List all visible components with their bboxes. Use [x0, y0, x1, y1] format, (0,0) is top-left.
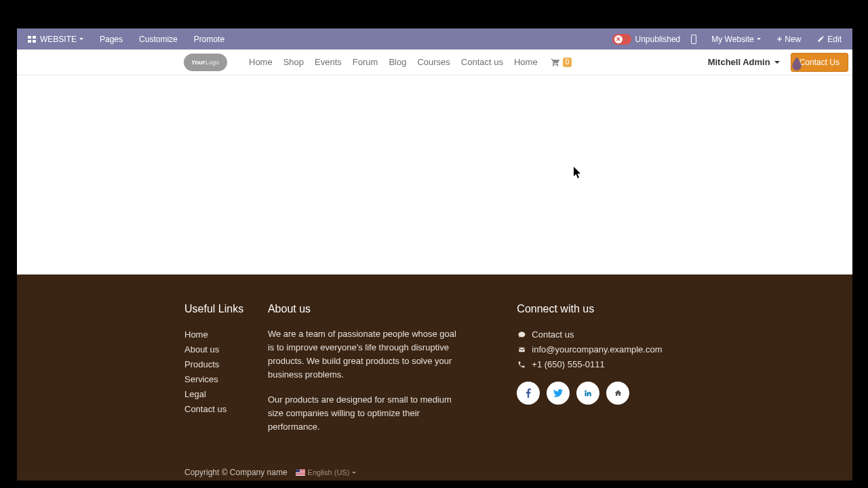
cart-link[interactable]: 0	[550, 58, 572, 67]
social-home[interactable]	[606, 382, 629, 405]
footer-about: About us We are a team of passionate peo…	[268, 303, 458, 445]
cart-icon	[550, 58, 561, 67]
copyright-text: Copyright © Company name	[184, 468, 288, 477]
website-editor-topbar: WEBSITE Pages Customize Promote ✕ Unpubl…	[17, 28, 852, 49]
footer-bottom-bar: Copyright © Company name English (US)	[17, 465, 852, 481]
website-switcher[interactable]: WEBSITE	[20, 28, 92, 49]
social-linkedin[interactable]	[576, 382, 599, 405]
site-logo[interactable]: YourLogo	[184, 54, 227, 71]
new-label: New	[785, 35, 801, 44]
connect-email[interactable]: info@yourcompany.example.com	[517, 342, 686, 357]
svg-text:Your: Your	[191, 59, 205, 66]
footer-link-services[interactable]: Services	[184, 372, 268, 387]
theme-customize-droplet[interactable]	[790, 56, 804, 72]
useful-links-title: Useful Links	[184, 303, 268, 315]
connect-email-label: info@yourcompany.example.com	[532, 342, 662, 357]
pencil-icon	[817, 35, 825, 43]
footer-link-about[interactable]: About us	[184, 342, 268, 357]
connect-phone-label: +1 (650) 555-0111	[532, 357, 604, 372]
caret-down-icon	[757, 38, 761, 40]
connect-phone[interactable]: +1 (650) 555-0111	[517, 357, 686, 372]
page-frame: WEBSITE Pages Customize Promote ✕ Unpubl…	[17, 28, 852, 453]
caret-down-icon	[774, 61, 780, 64]
nav-events[interactable]: Events	[309, 49, 347, 75]
publish-toggle[interactable]: ✕ Unpublished	[604, 28, 685, 49]
publish-status-label: Unpublished	[635, 35, 681, 44]
plus-icon: +	[777, 35, 783, 43]
my-website-label: My Website	[711, 35, 753, 44]
nav-home[interactable]: Home	[243, 49, 278, 75]
toggle-off-icon: ✕	[612, 34, 631, 45]
social-links	[517, 382, 686, 405]
topbar-pages[interactable]: Pages	[92, 28, 131, 49]
footer-link-products[interactable]: Products	[184, 357, 268, 372]
user-menu[interactable]: Mitchell Admin	[708, 57, 780, 67]
footer-link-legal[interactable]: Legal	[184, 387, 268, 402]
about-paragraph-2: Our products are designed for small to m…	[268, 393, 458, 434]
mobile-preview[interactable]	[684, 28, 703, 49]
us-flag-icon	[296, 469, 305, 476]
nav-courses[interactable]: Courses	[412, 49, 455, 75]
new-page-button[interactable]: + New	[769, 28, 810, 49]
footer-useful-links: Useful Links Home About us Products Serv…	[184, 303, 268, 445]
my-website-dropdown[interactable]: My Website	[703, 28, 768, 49]
social-twitter[interactable]	[547, 382, 570, 405]
nav-blog[interactable]: Blog	[383, 49, 412, 75]
speech-bubble-icon	[517, 331, 526, 339]
site-footer: Useful Links Home About us Products Serv…	[17, 274, 852, 465]
footer-link-contact[interactable]: Contact us	[184, 402, 268, 417]
page-content	[17, 75, 852, 274]
mobile-icon	[691, 35, 696, 44]
main-nav: Home Shop Events Forum Blog Courses Cont…	[243, 49, 543, 75]
connect-title: Connect with us	[517, 303, 686, 315]
nav-contact[interactable]: Contact us	[456, 49, 509, 75]
topbar-promote[interactable]: Promote	[186, 28, 233, 49]
nav-home-2[interactable]: Home	[509, 49, 543, 75]
edit-button[interactable]: Edit	[809, 28, 850, 49]
about-title: About us	[268, 303, 458, 315]
svg-text:Logo: Logo	[205, 59, 219, 66]
website-switcher-label: WEBSITE	[40, 35, 77, 44]
caret-down-icon	[79, 38, 83, 40]
site-header: YourLogo Home Shop Events Forum Blog Cou…	[17, 49, 852, 75]
footer-link-home[interactable]: Home	[184, 327, 268, 342]
footer-connect: Connect with us Contact us info@yourcomp…	[517, 303, 686, 445]
connect-contact-link[interactable]: Contact us	[517, 327, 686, 342]
about-paragraph-1: We are a team of passionate people whose…	[268, 327, 458, 382]
nav-shop[interactable]: Shop	[278, 49, 309, 75]
language-label: English (US)	[308, 468, 350, 476]
nav-forum[interactable]: Forum	[347, 49, 384, 75]
phone-icon	[517, 361, 526, 369]
edit-label: Edit	[827, 35, 842, 44]
grid-icon	[28, 36, 36, 43]
social-facebook[interactable]	[517, 382, 540, 405]
envelope-icon	[517, 346, 526, 353]
user-name-label: Mitchell Admin	[708, 57, 770, 67]
caret-down-icon	[352, 472, 356, 474]
topbar-customize[interactable]: Customize	[131, 28, 186, 49]
language-selector[interactable]: English (US)	[296, 468, 357, 476]
cart-count-badge: 0	[563, 58, 572, 67]
connect-contact-label: Contact us	[532, 327, 574, 342]
